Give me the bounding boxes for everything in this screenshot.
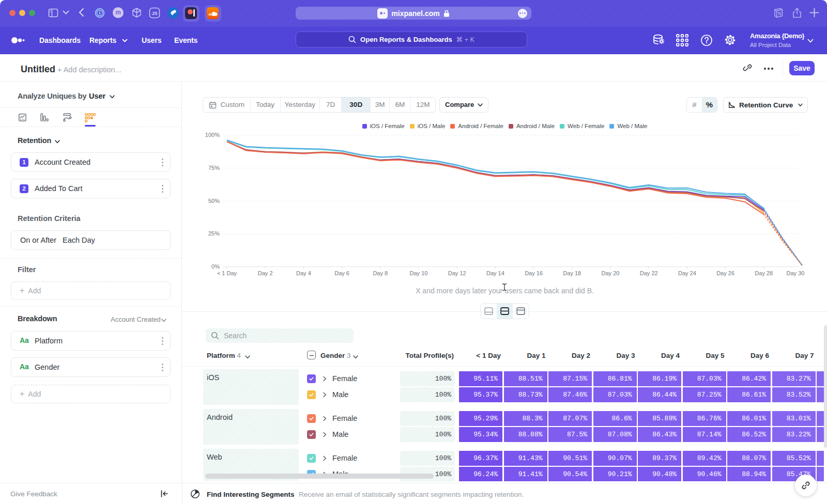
svg-text:Day 20: Day 20 xyxy=(602,270,620,276)
svg-text:Day 24: Day 24 xyxy=(678,270,696,276)
svg-text:JS: JS xyxy=(151,11,157,16)
svg-text:75%: 75% xyxy=(208,165,220,171)
svg-text:Day 26: Day 26 xyxy=(716,270,734,276)
svg-text:Day 10: Day 10 xyxy=(410,270,428,276)
svg-text:Day 6: Day 6 xyxy=(334,270,349,276)
svg-text:0%: 0% xyxy=(211,263,220,270)
svg-text:Day 28: Day 28 xyxy=(755,270,773,276)
svg-text:100%: 100% xyxy=(205,132,220,138)
svg-text:Day 8: Day 8 xyxy=(373,270,388,276)
svg-text:Day 14: Day 14 xyxy=(486,270,504,276)
svg-text:< 1 Day: < 1 Day xyxy=(217,270,237,276)
svg-text:Day 12: Day 12 xyxy=(448,270,466,276)
svg-text:N: N xyxy=(777,11,782,17)
svg-text:Day 16: Day 16 xyxy=(525,270,543,276)
svg-text:Day 30: Day 30 xyxy=(787,270,805,276)
svg-text:50%: 50% xyxy=(208,198,220,204)
svg-text:Day 2: Day 2 xyxy=(258,270,273,276)
svg-text:Day 18: Day 18 xyxy=(563,270,581,276)
svg-text:Day 22: Day 22 xyxy=(640,270,658,276)
svg-text:25%: 25% xyxy=(208,230,220,237)
svg-text:Day 4: Day 4 xyxy=(296,270,311,276)
